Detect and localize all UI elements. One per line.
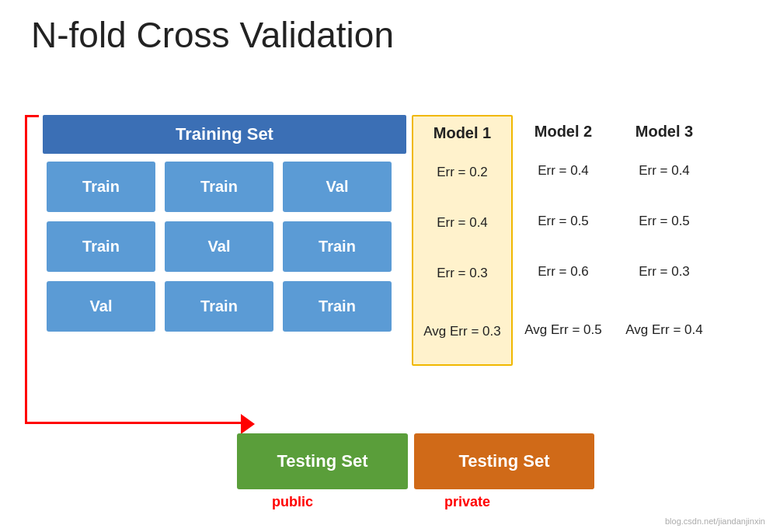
cell-r2c3: Train <box>283 221 392 272</box>
red-line-bottom <box>25 422 245 424</box>
cell-r2c1: Train <box>47 221 155 272</box>
cell-r3c3: Train <box>283 281 392 332</box>
model-3-avg: Avg Err = 0.4 <box>614 297 715 363</box>
model-1-err-3: Err = 0.3 <box>413 248 511 298</box>
model-1-err-1: Err = 0.2 <box>413 147 511 197</box>
train-val-grid: Train Train Val Train Val Train Val Trai… <box>47 162 404 341</box>
grid-row-1: Train Train Val <box>47 162 404 212</box>
model-3-header: Model 3 <box>614 115 715 145</box>
testing-set-public: Testing Set <box>237 433 408 489</box>
cell-r1c3: Val <box>283 162 392 212</box>
model-1-avg: Avg Err = 0.3 <box>413 298 511 364</box>
models-area: Model 1 Err = 0.2 Err = 0.4 Err = 0.3 Av… <box>412 115 715 366</box>
red-arrow <box>241 414 255 434</box>
grid-row-3: Val Train Train <box>47 281 404 332</box>
model-1-col: Model 1 Err = 0.2 Err = 0.4 Err = 0.3 Av… <box>412 115 513 366</box>
cell-r2c2: Val <box>165 221 273 272</box>
model-1-err-2: Err = 0.4 <box>413 197 511 248</box>
testing-set-private: Testing Set <box>414 433 594 489</box>
model-3-err-3: Err = 0.3 <box>614 246 715 297</box>
cell-r3c2: Train <box>165 281 273 332</box>
cell-r1c1: Train <box>47 162 155 212</box>
grid-row-2: Train Val Train <box>47 221 404 272</box>
model-1-header: Model 1 <box>413 116 511 147</box>
watermark: blog.csdn.net/jiandanjinxin <box>665 516 765 526</box>
training-set-header: Training Set <box>43 115 406 154</box>
model-2-err-3: Err = 0.6 <box>513 246 614 297</box>
model-2-col: Model 2 Err = 0.4 Err = 0.5 Err = 0.6 Av… <box>513 115 614 366</box>
cell-r3c1: Val <box>47 281 155 332</box>
model-2-err-2: Err = 0.5 <box>513 196 614 246</box>
cell-r1c2: Train <box>165 162 273 212</box>
model-2-header: Model 2 <box>513 115 614 145</box>
model-2-err-1: Err = 0.4 <box>513 145 614 196</box>
page-title: N-fold Cross Validation <box>31 14 394 56</box>
red-bracket-left <box>25 115 39 424</box>
model-3-col: Model 3 Err = 0.4 Err = 0.5 Err = 0.3 Av… <box>614 115 715 366</box>
model-3-err-2: Err = 0.5 <box>614 196 715 246</box>
private-label: private <box>444 494 490 510</box>
model-3-err-1: Err = 0.4 <box>614 145 715 196</box>
public-label: public <box>272 494 313 510</box>
model-2-avg: Avg Err = 0.5 <box>513 297 614 363</box>
